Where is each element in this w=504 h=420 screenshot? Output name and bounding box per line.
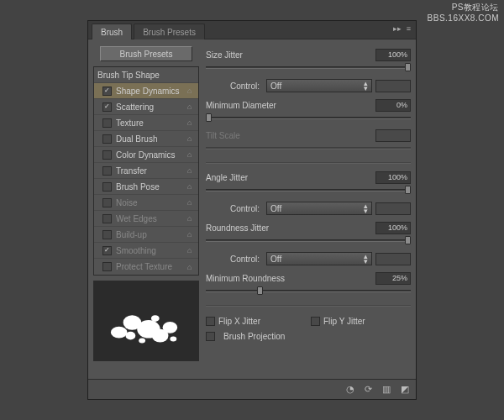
list-item[interactable]: Scattering⌂ bbox=[94, 99, 198, 115]
svg-point-2 bbox=[126, 332, 136, 340]
lock-icon[interactable]: ⌂ bbox=[187, 214, 195, 223]
angle-jitter-control-select[interactable]: Off ▴▾ bbox=[266, 202, 372, 215]
min-roundness-value[interactable]: 25% bbox=[375, 272, 411, 285]
flip-row: Flip X Jitter Flip Y Jitter bbox=[206, 313, 411, 328]
list-item-label: Smoothing bbox=[116, 246, 187, 255]
list-item-label: Texture bbox=[116, 118, 187, 128]
control3-extra bbox=[375, 253, 411, 265]
min-roundness-slider[interactable] bbox=[206, 286, 411, 297]
panel-menu-icon[interactable]: ≡ bbox=[407, 24, 411, 33]
min-diameter-slider[interactable] bbox=[206, 113, 411, 123]
angle-jitter-value[interactable]: 100% bbox=[375, 171, 411, 184]
flip-x-checkbox[interactable] bbox=[206, 317, 215, 326]
brush-preview bbox=[93, 281, 199, 361]
panel-tab-icons: ▸▸ ≡ bbox=[393, 24, 411, 33]
collapse-icon[interactable]: ▸▸ bbox=[393, 24, 402, 33]
tab-brush-presets[interactable]: Brush Presets bbox=[134, 24, 205, 39]
control-label: Control: bbox=[206, 204, 266, 213]
chevron-updown-icon: ▴▾ bbox=[364, 81, 368, 91]
lock-icon[interactable]: ⌂ bbox=[187, 230, 195, 239]
checkbox[interactable] bbox=[102, 134, 112, 144]
tilt-scale-value bbox=[375, 129, 411, 142]
watermark: PS教程论坛 BBS.16XX8.COM bbox=[428, 2, 499, 24]
size-jitter-slider[interactable] bbox=[206, 63, 411, 73]
list-item-label: Wet Edges bbox=[116, 214, 187, 223]
roundness-jitter-row: Roundness Jitter 100% bbox=[206, 221, 411, 234]
lock-icon[interactable]: ⌂ bbox=[187, 246, 195, 255]
list-item-label: Color Dynamics bbox=[116, 150, 187, 160]
lock-icon[interactable]: ⌂ bbox=[187, 182, 195, 191]
brush-projection-checkbox[interactable] bbox=[206, 332, 215, 341]
min-roundness-row: Minimum Roundness 25% bbox=[206, 271, 411, 285]
brush-presets-button[interactable]: Brush Presets bbox=[100, 46, 192, 61]
control-label: Control: bbox=[206, 255, 266, 264]
angle-jitter-row: Angle Jitter 100% bbox=[206, 171, 411, 184]
lock-icon[interactable]: ⌂ bbox=[187, 118, 195, 127]
list-item[interactable]: Dual Brush⌂ bbox=[94, 131, 198, 147]
checkbox[interactable] bbox=[102, 198, 112, 207]
lock-icon[interactable]: ⌂ bbox=[187, 87, 195, 95]
size-jitter-value[interactable]: 100% bbox=[375, 49, 411, 61]
lock-icon[interactable]: ⌂ bbox=[187, 166, 195, 175]
reset-icon[interactable]: ⟳ bbox=[365, 384, 372, 395]
list-item[interactable]: Brush Pose⌂ bbox=[94, 179, 198, 195]
checkbox[interactable] bbox=[102, 262, 112, 271]
chevron-updown-icon: ▴▾ bbox=[364, 203, 368, 213]
checkbox[interactable] bbox=[102, 246, 112, 255]
list-item[interactable]: Shape Dynamics⌂ bbox=[94, 83, 198, 99]
list-item[interactable]: Wet Edges⌂ bbox=[94, 211, 198, 227]
list-item[interactable]: Brush Tip Shape bbox=[94, 67, 198, 83]
size-jitter-control-select[interactable]: Off ▴▾ bbox=[266, 79, 372, 92]
size-jitter-row: Size Jitter 100% bbox=[206, 48, 411, 61]
new-preset-icon[interactable]: ▥ bbox=[382, 384, 391, 395]
control2-extra bbox=[375, 202, 411, 215]
min-diameter-label: Minimum Diameter bbox=[206, 101, 375, 110]
list-item[interactable]: Color Dynamics⌂ bbox=[94, 147, 198, 163]
panel-body: Brush Presets Brush Tip ShapeShape Dynam… bbox=[88, 39, 416, 379]
lock-icon[interactable]: ⌂ bbox=[187, 150, 195, 159]
checkbox[interactable] bbox=[102, 118, 112, 128]
list-item[interactable]: Transfer⌂ bbox=[94, 163, 198, 179]
size-jitter-label: Size Jitter bbox=[206, 50, 375, 60]
lock-icon[interactable]: ⌂ bbox=[187, 134, 195, 143]
list-item-label: Brush Tip Shape bbox=[97, 71, 195, 80]
brush-projection-row: Brush Projection bbox=[206, 328, 411, 344]
tilt-scale-slider bbox=[206, 144, 411, 154]
toggle-icon[interactable]: ◔ bbox=[346, 384, 354, 395]
roundness-jitter-control-row: Control: Off ▴▾ bbox=[206, 251, 411, 266]
min-diameter-value[interactable]: 0% bbox=[375, 99, 411, 112]
list-item-label: Protect Texture bbox=[116, 262, 187, 271]
svg-point-0 bbox=[111, 327, 128, 339]
lock-icon[interactable]: ⌂ bbox=[187, 263, 195, 271]
list-item[interactable]: Smoothing⌂ bbox=[94, 243, 198, 259]
roundness-jitter-slider[interactable] bbox=[206, 236, 411, 246]
separator bbox=[206, 162, 411, 164]
panel-bottom-bar: ◔ ⟳ ▥ ◩ bbox=[88, 379, 416, 399]
checkbox[interactable] bbox=[102, 150, 112, 160]
list-item[interactable]: Texture⌂ bbox=[94, 115, 198, 131]
flip-y-checkbox[interactable] bbox=[311, 317, 320, 326]
flip-y-label: Flip Y Jitter bbox=[323, 317, 365, 326]
checkbox[interactable] bbox=[102, 230, 112, 239]
tab-brush[interactable]: Brush bbox=[92, 24, 132, 39]
list-item-label: Shape Dynamics bbox=[116, 87, 187, 96]
checkbox[interactable] bbox=[102, 102, 112, 112]
roundness-jitter-value[interactable]: 100% bbox=[375, 222, 411, 234]
list-item[interactable]: Protect Texture⌂ bbox=[94, 259, 198, 275]
checkbox[interactable] bbox=[102, 182, 112, 192]
save-preset-icon[interactable]: ◩ bbox=[401, 384, 409, 395]
list-item[interactable]: Build-up⌂ bbox=[94, 227, 198, 243]
roundness-jitter-label: Roundness Jitter bbox=[206, 223, 375, 233]
flip-x-label: Flip X Jitter bbox=[218, 317, 260, 326]
lock-icon[interactable]: ⌂ bbox=[187, 198, 195, 207]
brush-projection-label: Brush Projection bbox=[223, 332, 285, 341]
roundness-jitter-control-select[interactable]: Off ▴▾ bbox=[266, 252, 372, 265]
control-label: Control: bbox=[206, 81, 266, 91]
lock-icon[interactable]: ⌂ bbox=[187, 102, 195, 111]
panel-tabs: Brush Brush Presets ▸▸ ≡ bbox=[88, 21, 416, 39]
checkbox[interactable] bbox=[102, 214, 112, 223]
list-item[interactable]: Noise⌂ bbox=[94, 195, 198, 211]
angle-jitter-slider[interactable] bbox=[206, 186, 411, 196]
checkbox[interactable] bbox=[102, 87, 112, 96]
checkbox[interactable] bbox=[102, 166, 112, 176]
